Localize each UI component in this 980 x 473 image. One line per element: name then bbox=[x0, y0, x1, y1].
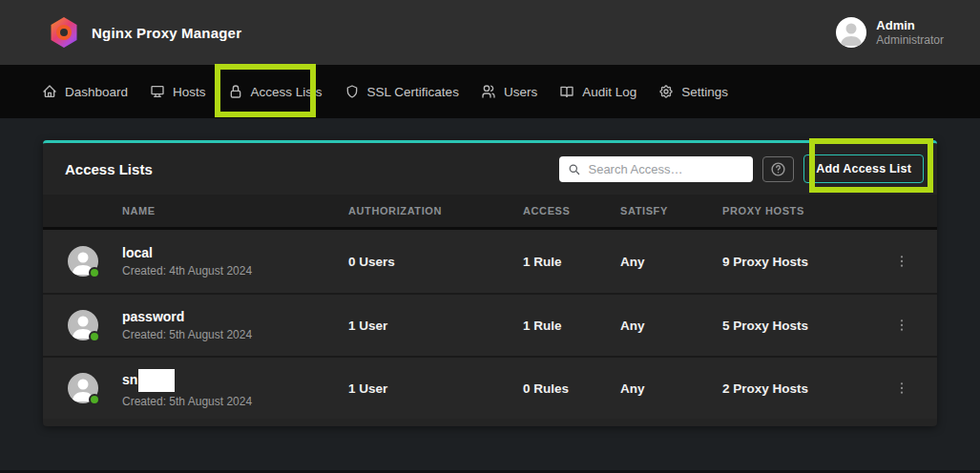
nav-item-hosts[interactable]: Hosts bbox=[150, 84, 206, 99]
person-icon bbox=[836, 17, 866, 48]
nav-item-access-lists[interactable]: Access Lists bbox=[228, 84, 323, 99]
dots-vertical-icon bbox=[894, 318, 909, 333]
access-cell: 1 Rule bbox=[523, 319, 620, 333]
column-header-access: ACCESS bbox=[523, 205, 620, 216]
satisfy-cell: Any bbox=[620, 381, 722, 396]
add-access-list-button[interactable]: Add Access List bbox=[803, 154, 924, 183]
table-row: sn Created: 5th August 2024 1 User 0 Rul… bbox=[43, 356, 937, 419]
main-nav: Dashboard Hosts Access Lists SSL Certifi… bbox=[0, 65, 980, 118]
row-avatar bbox=[68, 310, 98, 340]
row-menu-button[interactable] bbox=[887, 374, 916, 402]
book-icon bbox=[559, 84, 574, 99]
user-avatar[interactable] bbox=[836, 17, 866, 48]
nav-label: Audit Log bbox=[582, 85, 636, 99]
column-header-authorization: AUTHORIZATION bbox=[348, 205, 523, 216]
authorization-cell: 1 User bbox=[348, 319, 523, 333]
online-status-dot bbox=[89, 331, 100, 342]
satisfy-cell: Any bbox=[620, 255, 722, 269]
dots-vertical-icon bbox=[894, 254, 909, 269]
authorization-cell: 0 Users bbox=[348, 255, 523, 269]
app-title: Nginx Proxy Manager bbox=[92, 25, 241, 41]
nav-item-users[interactable]: Users bbox=[481, 84, 537, 99]
column-header-satisfy: SATISFY bbox=[620, 205, 722, 216]
home-icon bbox=[42, 84, 57, 99]
access-cell: 1 Rule bbox=[523, 255, 620, 269]
user-name: Admin bbox=[876, 18, 944, 33]
created-date: Created: 5th August 2024 bbox=[122, 328, 348, 341]
satisfy-cell: Any bbox=[620, 319, 722, 333]
nav-label: Settings bbox=[681, 85, 728, 99]
proxy-hosts-cell: 2 Proxy Hosts bbox=[722, 381, 882, 396]
search-icon bbox=[568, 162, 580, 176]
created-date: Created: 4th August 2024 bbox=[122, 264, 348, 278]
app-header: Nginx Proxy Manager Admin Administrator bbox=[0, 0, 980, 65]
lock-icon bbox=[228, 84, 243, 99]
table-row: local Created: 4th August 2024 0 Users 1… bbox=[43, 230, 937, 293]
dots-vertical-icon bbox=[894, 380, 909, 396]
table-row: password Created: 5th August 2024 1 User… bbox=[43, 293, 937, 356]
panel-title: Access Lists bbox=[65, 161, 153, 177]
table-header: NAME AUTHORIZATION ACCESS SATISFY PROXY … bbox=[43, 195, 937, 230]
authorization-cell: 1 User bbox=[348, 381, 523, 396]
search-box[interactable] bbox=[559, 156, 753, 182]
search-input[interactable] bbox=[588, 162, 744, 176]
user-menu[interactable]: Admin Administrator bbox=[836, 17, 944, 48]
online-status-dot bbox=[89, 267, 100, 278]
column-header-proxy-hosts: PROXY HOSTS bbox=[722, 205, 882, 216]
nav-label: Access Lists bbox=[251, 85, 323, 99]
online-status-dot bbox=[89, 394, 100, 405]
access-list-name: password bbox=[122, 309, 184, 325]
gear-icon bbox=[658, 84, 674, 99]
access-cell: 0 Rules bbox=[523, 381, 620, 396]
panel-header: Access Lists Add Access List bbox=[43, 143, 937, 195]
nav-label: Hosts bbox=[173, 85, 206, 99]
access-lists-panel: Access Lists Add Access List NAME AUTHOR… bbox=[43, 140, 937, 426]
proxy-hosts-cell: 5 Proxy Hosts bbox=[722, 319, 882, 333]
access-list-name: local bbox=[122, 245, 153, 261]
row-menu-button[interactable] bbox=[887, 311, 916, 339]
nav-item-ssl-certificates[interactable]: SSL Certificates bbox=[344, 84, 459, 99]
help-button[interactable] bbox=[762, 156, 794, 182]
nav-label: Users bbox=[504, 85, 537, 99]
users-icon bbox=[481, 84, 496, 99]
help-icon bbox=[770, 161, 786, 177]
access-list-name: sn bbox=[122, 372, 137, 388]
nav-item-dashboard[interactable]: Dashboard bbox=[42, 84, 128, 99]
proxy-hosts-cell: 9 Proxy Hosts bbox=[722, 255, 882, 269]
nav-label: SSL Certificates bbox=[367, 85, 459, 99]
row-avatar bbox=[68, 246, 98, 277]
nav-item-audit-log[interactable]: Audit Log bbox=[559, 84, 636, 99]
row-avatar bbox=[68, 373, 98, 403]
monitor-icon bbox=[150, 84, 165, 99]
created-date: Created: 5th August 2024 bbox=[122, 395, 348, 408]
nav-item-settings[interactable]: Settings bbox=[658, 84, 728, 99]
redaction-box bbox=[138, 369, 175, 392]
user-role: Administrator bbox=[876, 33, 944, 48]
nav-label: Dashboard bbox=[65, 85, 128, 99]
column-header-name: NAME bbox=[122, 205, 348, 216]
nginx-proxy-manager-logo-icon bbox=[50, 17, 78, 48]
row-menu-button[interactable] bbox=[887, 247, 916, 276]
shield-icon bbox=[344, 84, 360, 99]
